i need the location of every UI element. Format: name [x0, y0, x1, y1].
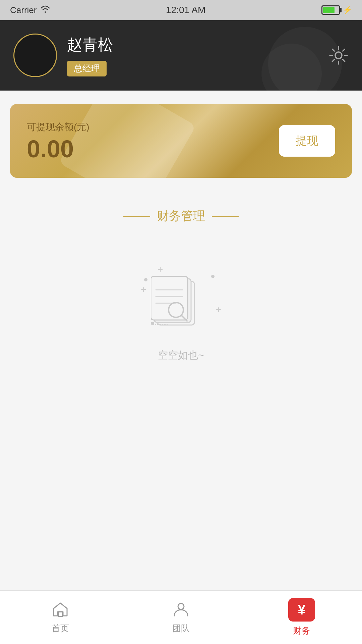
balance-card: 可提现余额(元) 0.00 提现 [10, 104, 352, 178]
section-line-right [212, 216, 239, 217]
carrier-text: Carrier [10, 5, 37, 15]
svg-point-11 [178, 603, 184, 609]
balance-left: 可提现余额(元) 0.00 [27, 121, 89, 161]
nav-item-team[interactable]: 团队 [147, 600, 215, 634]
svg-rect-10 [58, 612, 62, 616]
finance-icon-symbol: ¥ [298, 602, 305, 618]
bottom-nav: 首页 团队 ¥ 财务 [0, 590, 362, 644]
team-icon [172, 600, 190, 619]
withdraw-button[interactable]: 提现 [279, 125, 335, 157]
deco-plus-3: + [216, 305, 221, 314]
section-line-left [123, 216, 150, 217]
nav-item-home[interactable]: 首页 [27, 600, 94, 634]
profile-header: 赵青松 总经理 [0, 20, 362, 91]
deco-plus-1: + [158, 265, 163, 274]
wifi-icon [41, 5, 50, 15]
deco-dot-1 [144, 278, 147, 281]
user-name: 赵青松 [67, 35, 113, 55]
battery-icon [321, 5, 340, 15]
home-icon [51, 600, 70, 619]
settings-button[interactable] [328, 45, 349, 65]
nav-item-finance[interactable]: ¥ 财务 [268, 598, 335, 637]
status-bar: Carrier 12:01 AM ⚡ [0, 0, 362, 20]
deco-plus-2: + [141, 285, 146, 294]
header-left: 赵青松 总经理 [13, 34, 113, 77]
avatar [13, 34, 57, 77]
nav-label-team: 团队 [172, 623, 190, 634]
balance-label: 可提现余额(元) [27, 121, 89, 133]
empty-text: 空空如也~ [158, 348, 204, 362]
finance-icon-badge: ¥ [288, 598, 315, 622]
status-right: ⚡ [321, 5, 352, 15]
empty-icon: + + + [141, 265, 221, 338]
document-stack-icon [151, 275, 208, 328]
balance-amount: 0.00 [27, 137, 89, 161]
status-time: 12:01 AM [166, 5, 205, 15]
finance-section: 财务管理 + + + [0, 191, 362, 389]
charging-icon: ⚡ [343, 6, 352, 14]
empty-state: + + + [13, 245, 349, 382]
status-left: Carrier [10, 5, 50, 15]
nav-label-finance: 财务 [293, 625, 310, 637]
deco-dot-2 [211, 275, 215, 278]
svg-point-0 [335, 52, 342, 59]
user-info: 赵青松 总经理 [67, 35, 113, 76]
section-header: 财务管理 [13, 208, 349, 224]
user-title-badge: 总经理 [67, 61, 107, 76]
section-title: 财务管理 [157, 208, 205, 224]
nav-label-home: 首页 [52, 623, 69, 634]
